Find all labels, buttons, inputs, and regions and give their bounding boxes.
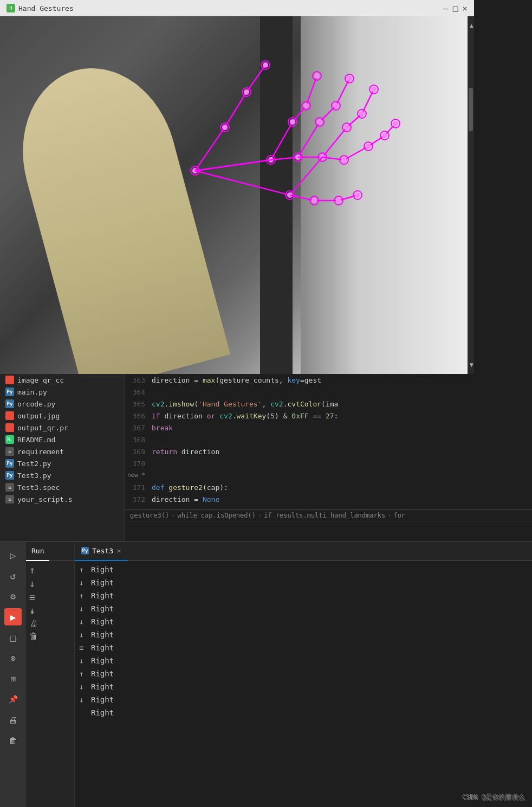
console-arrow-10: ↓ xyxy=(79,695,87,704)
test3-tab-close[interactable]: × xyxy=(116,546,121,555)
run-tab[interactable]: Run xyxy=(26,542,49,561)
trash-btn[interactable]: 🗑 xyxy=(29,631,71,641)
close-button[interactable]: × xyxy=(462,3,468,14)
print-btn[interactable]: 🖨 xyxy=(29,618,71,629)
line-content-371: def gesture2(cap): xyxy=(152,483,228,492)
code-line-372: 372 direction = None xyxy=(125,495,532,507)
activity-layers-icon[interactable]: ⊗ xyxy=(4,649,22,667)
py-icon: Py xyxy=(5,388,14,396)
file-name: README.md xyxy=(17,436,55,444)
line-content-369: return direction xyxy=(152,448,219,456)
activity-grid-icon[interactable]: ⊞ xyxy=(4,670,22,687)
console-arrow-4: ↓ xyxy=(79,617,87,626)
line-num-368: 368 xyxy=(125,436,152,444)
txt-icon: ≡ xyxy=(5,447,14,456)
py-icon: Py xyxy=(5,471,14,480)
console-text-0: Right xyxy=(91,565,114,574)
file-item-output-qr[interactable]: output_qr.pr xyxy=(0,422,124,434)
console-text-4: Right xyxy=(91,617,114,626)
console-arrow-3: ↓ xyxy=(79,604,87,613)
line-num-new: new * xyxy=(125,472,152,479)
line-num-372: 372 xyxy=(125,495,152,503)
console-text-10: Right xyxy=(91,695,114,704)
scrollbar-thumb[interactable] xyxy=(469,88,473,131)
activity-play-icon[interactable]: ▷ xyxy=(4,546,22,564)
bright-area xyxy=(301,16,474,374)
console-arrow-2: ↑ xyxy=(79,591,87,600)
line-num-369: 369 xyxy=(125,448,152,456)
console-text-1: Right xyxy=(91,578,114,587)
console-text-3: Right xyxy=(91,604,114,613)
activity-pin-icon[interactable]: 📌 xyxy=(4,690,22,708)
code-line-369: 369 return direction xyxy=(125,448,532,460)
file-name: output.jpg xyxy=(17,412,60,420)
img-icon xyxy=(5,423,14,432)
minimize-button[interactable]: — xyxy=(443,3,449,14)
file-item-main-py[interactable]: Py main.py xyxy=(0,386,124,398)
scroll-down-arrow[interactable]: ▼ xyxy=(470,361,473,369)
test3-tab[interactable]: Py Test3 × xyxy=(75,542,128,561)
console-text-5: Right xyxy=(91,630,114,639)
code-line-365: 365 cv2.imshow('Hand Gestures', cv2.cvtC… xyxy=(125,400,532,412)
breadcrumb-item-2: while cap.isOpened() xyxy=(177,512,256,519)
filter-down-btn[interactable]: ↡ xyxy=(29,605,71,616)
file-name: output_qr.pr xyxy=(17,424,68,432)
watermark-bottom: CSDN @是你的胖虎么 xyxy=(462,792,524,802)
file-name: Test3.spec xyxy=(17,483,60,492)
activity-settings-icon[interactable]: ⚙ xyxy=(4,588,22,605)
console-arrow-1: ↓ xyxy=(79,578,87,587)
py-icon: Py xyxy=(5,459,14,468)
file-item-test3-py[interactable]: Py Test3.py xyxy=(0,469,124,481)
file-item-requirements[interactable]: ≡ requirement xyxy=(0,446,124,457)
console-arrow-7: ↓ xyxy=(79,656,87,665)
console-text-6: Right xyxy=(91,643,114,652)
scroll-up-arrow[interactable]: ▲ xyxy=(470,22,473,29)
code-line-new: new * xyxy=(125,472,532,483)
file-item-output-jpg[interactable]: output.jpg xyxy=(0,410,124,422)
file-name: main.py xyxy=(17,388,47,396)
file-item-readme[interactable]: M↓ README.md xyxy=(0,434,124,446)
console-text-2: Right xyxy=(91,591,114,600)
console-arrow-5: ↓ xyxy=(79,630,87,639)
gesture-window-titlebar: H Hand Gestures — □ × xyxy=(0,0,474,16)
activity-trash-icon[interactable]: 🗑 xyxy=(4,732,22,749)
console-line-3: ↓ Right xyxy=(75,602,532,615)
filter-btn[interactable]: ≡ xyxy=(29,591,71,603)
activity-stop-icon[interactable]: □ xyxy=(4,629,22,646)
txt-icon: ≡ xyxy=(5,495,14,503)
line-num-370: 370 xyxy=(125,460,152,468)
file-item-image-qr[interactable]: image_qr_cc xyxy=(0,374,124,386)
console-line-11: Right xyxy=(75,706,532,719)
activity-refresh-icon[interactable]: ↺ xyxy=(4,567,22,584)
code-line-371: 371 def gesture2(cap): xyxy=(125,483,532,495)
line-num-365: 365 xyxy=(125,400,152,408)
scroll-up-btn[interactable]: ↑ xyxy=(29,564,71,576)
code-line-366: 366 if direction or cv2.waitKey(5) & 0xF… xyxy=(125,412,532,424)
console-line-9: ↓ Right xyxy=(75,680,532,693)
console-text-7: Right xyxy=(91,656,114,665)
file-item-orcode-py[interactable]: Py orcode.py xyxy=(0,398,124,410)
console-line-4: ↓ Right xyxy=(75,615,532,628)
line-content-365: cv2.imshow('Hand Gestures', cv2.cvtColor… xyxy=(152,400,338,408)
file-item-test3-spec[interactable]: ≡ Test3.spec xyxy=(0,481,124,493)
console-tab-row: Py Test3 × xyxy=(75,542,532,561)
line-num-364: 364 xyxy=(125,388,152,396)
bottom-panel: ▷ ↺ ⚙ ▶ □ ⊗ ⊞ 📌 🖨 🗑 Run ↑ ↓ ≡ ↡ 🖨 🗑 Py xyxy=(0,541,532,807)
activity-print-icon[interactable]: 🖨 xyxy=(4,711,22,728)
gesture-win-icon: H xyxy=(7,4,15,12)
scroll-down-btn[interactable]: ↓ xyxy=(29,578,71,589)
scrollbar-track[interactable]: ▲ ▼ xyxy=(468,16,474,374)
file-item-your-script[interactable]: ≡ your_script.s xyxy=(0,493,124,505)
console-arrow-9: ↓ xyxy=(79,682,87,691)
code-line-364: 364 xyxy=(125,388,532,400)
console-text-8: Right xyxy=(91,669,114,678)
gesture-window-title-text: Hand Gestures xyxy=(18,4,74,12)
activity-run-icon[interactable]: ▶ xyxy=(4,608,22,625)
code-line-368: 368 xyxy=(125,436,532,448)
maximize-button[interactable]: □ xyxy=(453,3,458,14)
file-item-test2-py[interactable]: Py Test2.py xyxy=(0,457,124,469)
console-line-6: ≡ Right xyxy=(75,641,532,654)
img-icon xyxy=(5,376,14,384)
breadcrumb-item-3: if results.multi_hand_landmarks xyxy=(264,512,385,519)
file-name: orcode.py xyxy=(17,400,55,408)
